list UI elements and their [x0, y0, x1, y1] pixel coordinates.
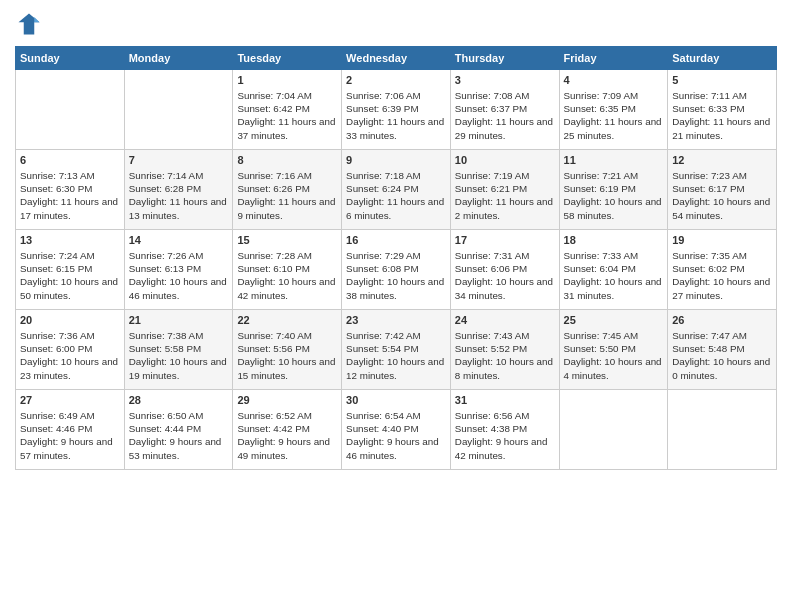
logo: [15, 10, 47, 38]
calendar-week-row: 1Sunrise: 7:04 AM Sunset: 6:42 PM Daylig…: [16, 70, 777, 150]
day-info: Sunrise: 7:23 AM Sunset: 6:17 PM Dayligh…: [672, 169, 772, 222]
day-info: Sunrise: 7:40 AM Sunset: 5:56 PM Dayligh…: [237, 329, 337, 382]
day-number: 8: [237, 153, 337, 168]
calendar-day-cell: 8Sunrise: 7:16 AM Sunset: 6:26 PM Daylig…: [233, 150, 342, 230]
calendar-day-cell: 1Sunrise: 7:04 AM Sunset: 6:42 PM Daylig…: [233, 70, 342, 150]
day-info: Sunrise: 7:21 AM Sunset: 6:19 PM Dayligh…: [564, 169, 664, 222]
day-info: Sunrise: 7:29 AM Sunset: 6:08 PM Dayligh…: [346, 249, 446, 302]
day-of-week-header: Monday: [124, 47, 233, 70]
day-info: Sunrise: 7:14 AM Sunset: 6:28 PM Dayligh…: [129, 169, 229, 222]
day-of-week-header: Sunday: [16, 47, 125, 70]
calendar-day-cell: 28Sunrise: 6:50 AM Sunset: 4:44 PM Dayli…: [124, 390, 233, 470]
day-number: 12: [672, 153, 772, 168]
day-number: 10: [455, 153, 555, 168]
calendar-day-cell: [124, 70, 233, 150]
day-number: 1: [237, 73, 337, 88]
day-number: 26: [672, 313, 772, 328]
calendar-day-cell: 26Sunrise: 7:47 AM Sunset: 5:48 PM Dayli…: [668, 310, 777, 390]
day-info: Sunrise: 7:31 AM Sunset: 6:06 PM Dayligh…: [455, 249, 555, 302]
page: SundayMondayTuesdayWednesdayThursdayFrid…: [0, 0, 792, 612]
day-of-week-header: Wednesday: [342, 47, 451, 70]
calendar-day-cell: 30Sunrise: 6:54 AM Sunset: 4:40 PM Dayli…: [342, 390, 451, 470]
calendar-day-cell: 3Sunrise: 7:08 AM Sunset: 6:37 PM Daylig…: [450, 70, 559, 150]
calendar-day-cell: 17Sunrise: 7:31 AM Sunset: 6:06 PM Dayli…: [450, 230, 559, 310]
day-of-week-header: Saturday: [668, 47, 777, 70]
day-number: 3: [455, 73, 555, 88]
day-info: Sunrise: 7:24 AM Sunset: 6:15 PM Dayligh…: [20, 249, 120, 302]
calendar-day-cell: 11Sunrise: 7:21 AM Sunset: 6:19 PM Dayli…: [559, 150, 668, 230]
day-of-week-header: Tuesday: [233, 47, 342, 70]
calendar-day-cell: 24Sunrise: 7:43 AM Sunset: 5:52 PM Dayli…: [450, 310, 559, 390]
day-number: 6: [20, 153, 120, 168]
day-number: 7: [129, 153, 229, 168]
day-number: 27: [20, 393, 120, 408]
day-info: Sunrise: 6:50 AM Sunset: 4:44 PM Dayligh…: [129, 409, 229, 462]
calendar-day-cell: 29Sunrise: 6:52 AM Sunset: 4:42 PM Dayli…: [233, 390, 342, 470]
calendar-day-cell: 21Sunrise: 7:38 AM Sunset: 5:58 PM Dayli…: [124, 310, 233, 390]
calendar-day-cell: 23Sunrise: 7:42 AM Sunset: 5:54 PM Dayli…: [342, 310, 451, 390]
calendar-day-cell: 22Sunrise: 7:40 AM Sunset: 5:56 PM Dayli…: [233, 310, 342, 390]
day-info: Sunrise: 7:04 AM Sunset: 6:42 PM Dayligh…: [237, 89, 337, 142]
calendar-day-cell: 12Sunrise: 7:23 AM Sunset: 6:17 PM Dayli…: [668, 150, 777, 230]
day-info: Sunrise: 7:16 AM Sunset: 6:26 PM Dayligh…: [237, 169, 337, 222]
day-number: 29: [237, 393, 337, 408]
day-number: 14: [129, 233, 229, 248]
logo-icon: [15, 10, 43, 38]
calendar-day-cell: 14Sunrise: 7:26 AM Sunset: 6:13 PM Dayli…: [124, 230, 233, 310]
calendar-day-cell: 19Sunrise: 7:35 AM Sunset: 6:02 PM Dayli…: [668, 230, 777, 310]
day-number: 17: [455, 233, 555, 248]
calendar-day-cell: 13Sunrise: 7:24 AM Sunset: 6:15 PM Dayli…: [16, 230, 125, 310]
day-info: Sunrise: 6:49 AM Sunset: 4:46 PM Dayligh…: [20, 409, 120, 462]
day-number: 9: [346, 153, 446, 168]
calendar-week-row: 27Sunrise: 6:49 AM Sunset: 4:46 PM Dayli…: [16, 390, 777, 470]
day-info: Sunrise: 7:19 AM Sunset: 6:21 PM Dayligh…: [455, 169, 555, 222]
calendar-day-cell: [559, 390, 668, 470]
day-number: 23: [346, 313, 446, 328]
calendar-day-cell: 20Sunrise: 7:36 AM Sunset: 6:00 PM Dayli…: [16, 310, 125, 390]
day-info: Sunrise: 7:45 AM Sunset: 5:50 PM Dayligh…: [564, 329, 664, 382]
svg-marker-1: [34, 17, 39, 22]
calendar-day-cell: 2Sunrise: 7:06 AM Sunset: 6:39 PM Daylig…: [342, 70, 451, 150]
day-info: Sunrise: 7:33 AM Sunset: 6:04 PM Dayligh…: [564, 249, 664, 302]
day-number: 4: [564, 73, 664, 88]
day-info: Sunrise: 7:43 AM Sunset: 5:52 PM Dayligh…: [455, 329, 555, 382]
day-number: 15: [237, 233, 337, 248]
day-number: 18: [564, 233, 664, 248]
calendar-week-row: 6Sunrise: 7:13 AM Sunset: 6:30 PM Daylig…: [16, 150, 777, 230]
day-info: Sunrise: 7:38 AM Sunset: 5:58 PM Dayligh…: [129, 329, 229, 382]
day-info: Sunrise: 7:09 AM Sunset: 6:35 PM Dayligh…: [564, 89, 664, 142]
day-info: Sunrise: 7:47 AM Sunset: 5:48 PM Dayligh…: [672, 329, 772, 382]
header: [15, 10, 777, 38]
calendar-week-row: 20Sunrise: 7:36 AM Sunset: 6:00 PM Dayli…: [16, 310, 777, 390]
day-info: Sunrise: 7:06 AM Sunset: 6:39 PM Dayligh…: [346, 89, 446, 142]
day-of-week-header: Thursday: [450, 47, 559, 70]
calendar-day-cell: 27Sunrise: 6:49 AM Sunset: 4:46 PM Dayli…: [16, 390, 125, 470]
day-info: Sunrise: 7:18 AM Sunset: 6:24 PM Dayligh…: [346, 169, 446, 222]
day-number: 22: [237, 313, 337, 328]
day-of-week-header: Friday: [559, 47, 668, 70]
day-info: Sunrise: 7:28 AM Sunset: 6:10 PM Dayligh…: [237, 249, 337, 302]
calendar-day-cell: 6Sunrise: 7:13 AM Sunset: 6:30 PM Daylig…: [16, 150, 125, 230]
calendar-day-cell: 31Sunrise: 6:56 AM Sunset: 4:38 PM Dayli…: [450, 390, 559, 470]
day-info: Sunrise: 6:54 AM Sunset: 4:40 PM Dayligh…: [346, 409, 446, 462]
day-info: Sunrise: 7:36 AM Sunset: 6:00 PM Dayligh…: [20, 329, 120, 382]
calendar-day-cell: 25Sunrise: 7:45 AM Sunset: 5:50 PM Dayli…: [559, 310, 668, 390]
calendar-day-cell: 4Sunrise: 7:09 AM Sunset: 6:35 PM Daylig…: [559, 70, 668, 150]
calendar-week-row: 13Sunrise: 7:24 AM Sunset: 6:15 PM Dayli…: [16, 230, 777, 310]
day-number: 31: [455, 393, 555, 408]
day-number: 16: [346, 233, 446, 248]
day-number: 11: [564, 153, 664, 168]
day-number: 13: [20, 233, 120, 248]
day-number: 25: [564, 313, 664, 328]
calendar-day-cell: 9Sunrise: 7:18 AM Sunset: 6:24 PM Daylig…: [342, 150, 451, 230]
calendar-day-cell: 10Sunrise: 7:19 AM Sunset: 6:21 PM Dayli…: [450, 150, 559, 230]
day-info: Sunrise: 7:42 AM Sunset: 5:54 PM Dayligh…: [346, 329, 446, 382]
calendar-header-row: SundayMondayTuesdayWednesdayThursdayFrid…: [16, 47, 777, 70]
day-info: Sunrise: 6:56 AM Sunset: 4:38 PM Dayligh…: [455, 409, 555, 462]
calendar-table: SundayMondayTuesdayWednesdayThursdayFrid…: [15, 46, 777, 470]
calendar-day-cell: 18Sunrise: 7:33 AM Sunset: 6:04 PM Dayli…: [559, 230, 668, 310]
day-number: 20: [20, 313, 120, 328]
calendar-day-cell: 7Sunrise: 7:14 AM Sunset: 6:28 PM Daylig…: [124, 150, 233, 230]
day-number: 19: [672, 233, 772, 248]
day-info: Sunrise: 7:35 AM Sunset: 6:02 PM Dayligh…: [672, 249, 772, 302]
